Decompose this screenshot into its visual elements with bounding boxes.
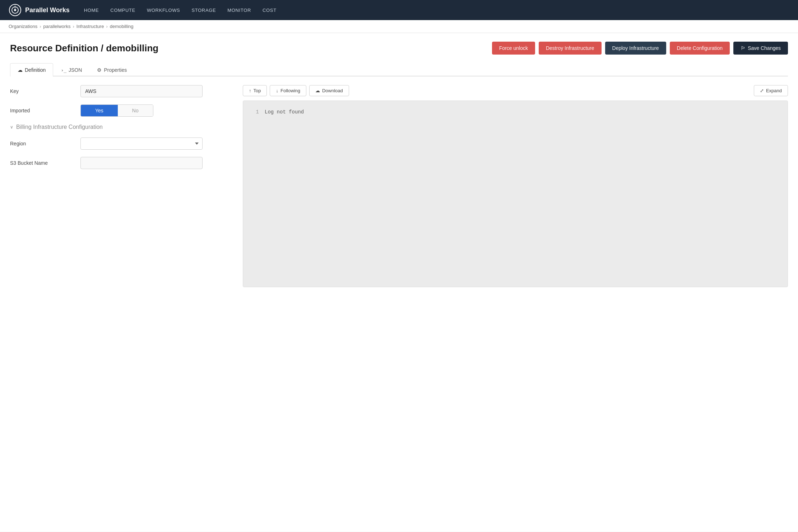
key-row: Key <box>10 85 233 97</box>
log-line-text: Log not found <box>265 108 304 116</box>
log-toolbar-left: ↑ Top ↓ Following ☁ Download <box>243 85 349 96</box>
breadcrumb-parallelworks[interactable]: parallelworks <box>43 24 71 29</box>
expand-icon: ⤢ <box>760 88 764 93</box>
nav-home[interactable]: HOME <box>84 8 99 13</box>
breadcrumb-sep-3: › <box>106 24 107 29</box>
toggle-yes[interactable]: Yes <box>81 105 118 116</box>
region-row: Region us-east-1 us-west-2 eu-west-1 <box>10 137 233 150</box>
destroy-infrastructure-button[interactable]: Destroy Infrastructure <box>539 42 602 55</box>
tab-properties[interactable]: ⚙ Properties <box>89 63 134 76</box>
breadcrumb-organizations[interactable]: Organizations <box>9 24 37 29</box>
log-line-1: 1 Log not found <box>252 108 779 116</box>
tab-definition[interactable]: ☁ Definition <box>10 63 53 76</box>
cloud-icon: ☁ <box>18 67 23 73</box>
s3-bucket-label: S3 Bucket Name <box>10 160 75 166</box>
billing-section-header[interactable]: ∨ Billing Infrastructure Configuration <box>10 124 233 130</box>
s3-bucket-row: S3 Bucket Name <box>10 157 233 169</box>
key-label: Key <box>10 88 75 94</box>
page-title: Resource Definition / demobilling <box>10 43 158 54</box>
nav-workflows[interactable]: WORKFLOWS <box>147 8 180 13</box>
nav-storage[interactable]: STORAGE <box>191 8 216 13</box>
code-icon: ›_ <box>61 67 66 73</box>
imported-label: Imported <box>10 108 75 113</box>
logo[interactable]: Parallel Works <box>9 4 70 17</box>
expand-button[interactable]: ⤢ Expand <box>754 85 788 96</box>
nav-cost[interactable]: COST <box>263 8 277 13</box>
s3-bucket-input[interactable] <box>80 157 203 169</box>
breadcrumb-infrastructure[interactable]: Infrastructure <box>76 24 104 29</box>
nav-compute[interactable]: COMPUTE <box>110 8 135 13</box>
main-content: Key Imported Yes No ∨ Billing Infrastruc… <box>10 85 788 287</box>
delete-configuration-button[interactable]: Delete Configuration <box>670 42 730 55</box>
key-input[interactable] <box>80 85 203 97</box>
nav-monitor[interactable]: MONITOR <box>227 8 251 13</box>
logo-text: Parallel Works <box>25 6 70 14</box>
top-button[interactable]: ↑ Top <box>243 85 267 96</box>
breadcrumb-sep-2: › <box>73 24 74 29</box>
region-select[interactable]: us-east-1 us-west-2 eu-west-1 <box>80 137 203 150</box>
arrow-down-icon: ↓ <box>276 88 278 93</box>
page-container: Resource Definition / demobilling Force … <box>0 33 798 532</box>
navbar-links: HOME COMPUTE WORKFLOWS STORAGE MONITOR C… <box>84 8 277 13</box>
toggle-no[interactable]: No <box>118 105 153 116</box>
imported-toggle[interactable]: Yes No <box>80 104 153 117</box>
log-line-number: 1 <box>252 108 259 116</box>
log-area: 1 Log not found <box>243 101 788 287</box>
logo-icon <box>9 4 22 17</box>
log-toolbar: ↑ Top ↓ Following ☁ Download ⤢ Expand <box>243 85 788 96</box>
breadcrumb-demobilling[interactable]: demobilling <box>110 24 134 29</box>
breadcrumb: Organizations › parallelworks › Infrastr… <box>0 20 798 33</box>
left-panel: Key Imported Yes No ∨ Billing Infrastruc… <box>10 85 233 287</box>
flag-icon: 🏳 <box>741 45 746 51</box>
force-unlock-button[interactable]: Force unlock <box>492 42 535 55</box>
chevron-down-icon: ∨ <box>10 125 13 130</box>
breadcrumb-sep-1: › <box>40 24 41 29</box>
following-button[interactable]: ↓ Following <box>270 85 306 96</box>
imported-row: Imported Yes No <box>10 104 233 117</box>
navbar: Parallel Works HOME COMPUTE WORKFLOWS ST… <box>0 0 798 20</box>
header-actions: Force unlock Destroy Infrastructure Depl… <box>492 42 788 55</box>
gear-icon: ⚙ <box>97 67 102 73</box>
save-changes-button[interactable]: 🏳 Save Changes <box>733 42 788 55</box>
arrow-up-icon: ↑ <box>249 88 251 93</box>
region-label: Region <box>10 141 75 146</box>
tabs: ☁ Definition ›_ JSON ⚙ Properties <box>10 63 788 76</box>
download-icon: ☁ <box>315 88 320 93</box>
page-header: Resource Definition / demobilling Force … <box>10 42 788 55</box>
right-panel: ↑ Top ↓ Following ☁ Download ⤢ Expand <box>243 85 788 287</box>
deploy-infrastructure-button[interactable]: Deploy Infrastructure <box>605 42 666 55</box>
tab-json[interactable]: ›_ JSON <box>53 63 89 76</box>
download-button[interactable]: ☁ Download <box>309 85 349 96</box>
